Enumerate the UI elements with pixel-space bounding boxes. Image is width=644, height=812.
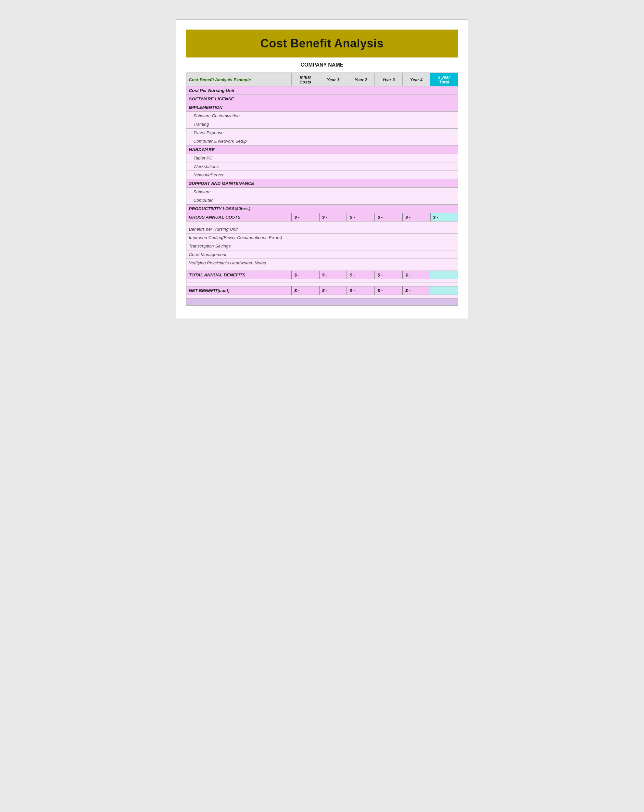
spacer-row (186, 283, 458, 287)
section-label: PRODUCTIVITY LOSS(40hrs.) (186, 205, 458, 213)
section-header-row: Cost Per Nursing Unit (186, 86, 458, 95)
table-wrap: Cost-Benefit Analysis Example Initial Co… (186, 73, 458, 306)
net-label: NET BENEFIT(cost) (186, 287, 291, 295)
item-label: Workstations (186, 162, 458, 171)
section-label: SUPPORT AND MAINTENANCE (186, 179, 458, 188)
benefit-label: Verifying Physician's Handwritten Notes (186, 259, 458, 267)
net-value-1: $ - (319, 287, 347, 295)
header-col2: Year 1 (319, 73, 347, 86)
benefit-label: Benefits per Nursing Unit (186, 225, 458, 234)
section-header-row: IMPLEMENTION (186, 103, 458, 112)
header-col6: 3 year Total (430, 73, 458, 86)
main-table: Cost-Benefit Analysis Example Initial Co… (186, 73, 458, 306)
net-value-4: $ - (402, 287, 430, 295)
benefit-row: Improved Coding(Fewer Documentioons Erro… (186, 234, 458, 242)
item-row: Training (186, 120, 458, 129)
spacer-row (186, 295, 458, 299)
gross-value-3: $ - (375, 213, 402, 221)
header-col3: Year 2 (347, 73, 374, 86)
document: Cost Benefit Analysis COMPANY NAME Cost-… (176, 20, 468, 319)
section-label: Cost Per Nursing Unit (186, 86, 458, 95)
title-bar: Cost Benefit Analysis (186, 29, 458, 58)
benefit-label: Transcription Savings (186, 242, 458, 250)
net-value-3: $ - (375, 287, 402, 295)
header-col1: Initial Costs (291, 73, 319, 86)
section-header-row: SUPPORT AND MAINTENANCE (186, 179, 458, 188)
total-value-0: $ - (291, 271, 319, 279)
section-header-row: PRODUCTIVITY LOSS(40hrs.) (186, 205, 458, 213)
item-row: Travel Expense (186, 129, 458, 137)
benefit-row: Transcription Savings (186, 242, 458, 250)
item-label: Network/Server (186, 171, 458, 179)
total-3yr-empty (430, 271, 458, 279)
section-header-row: HARDWARE (186, 145, 458, 154)
item-row: Taplet PC (186, 154, 458, 162)
header-label: Cost-Benefit Analysis Example (186, 73, 291, 86)
total-value-3: $ - (375, 271, 402, 279)
item-row: Software Customization (186, 112, 458, 120)
section-label: SOFTWARE LICENSE (186, 95, 458, 103)
gross-value-1: $ - (319, 213, 347, 221)
net-value-0: $ - (291, 287, 319, 295)
spacer-row (186, 267, 458, 271)
item-label: Computer & Network Setup (186, 137, 458, 145)
section-label: HARDWARE (186, 145, 458, 154)
gross-value-2: $ - (347, 213, 374, 221)
section-header-row: SOFTWARE LICENSE (186, 95, 458, 103)
total-value-2: $ - (347, 271, 374, 279)
spacer-row (186, 221, 458, 225)
total-value-4: $ - (402, 271, 430, 279)
item-label: Taplet PC (186, 154, 458, 162)
company-name: COMPANY NAME (186, 58, 458, 73)
item-label: Travel Expense (186, 129, 458, 137)
section-label: IMPLEMENTION (186, 103, 458, 112)
item-label: Software (186, 188, 458, 196)
header-col4: Year 3 (375, 73, 402, 86)
table-header-row: Cost-Benefit Analysis Example Initial Co… (186, 73, 458, 86)
benefit-label: Improved Coding(Fewer Documentioons Erro… (186, 234, 458, 242)
table-body: Cost Per Nursing UnitSOFTWARE LICENSEIMP… (186, 86, 458, 306)
gross-label: GROSS ANNUAL COSTS (186, 213, 291, 221)
spacer-row (186, 279, 458, 283)
item-row: Network/Server (186, 171, 458, 179)
item-row: Computer (186, 196, 458, 205)
bottom-row (186, 299, 458, 306)
header-col5: Year 4 (402, 73, 430, 86)
item-label: Computer (186, 196, 458, 205)
item-row: Software (186, 188, 458, 196)
net-value-2: $ - (347, 287, 374, 295)
total-value-1: $ - (319, 271, 347, 279)
item-label: Training (186, 120, 458, 129)
benefit-row: Verifying Physician's Handwritten Notes (186, 259, 458, 267)
benefit-row: Benefits per Nursing Unit (186, 225, 458, 234)
net-benefit-row: NET BENEFIT(cost)$ -$ -$ -$ -$ - (186, 287, 458, 295)
benefit-row: Chart Management (186, 250, 458, 259)
benefit-label: Chart Management (186, 250, 458, 259)
main-title: Cost Benefit Analysis (189, 37, 455, 50)
gross-costs-row: GROSS ANNUAL COSTS$ -$ -$ -$ -$ -$ - (186, 213, 458, 221)
total-benefits-label: TOTAL ANNUAL BENEFITS (186, 271, 291, 279)
total-benefits-row: TOTAL ANNUAL BENEFITS$ -$ -$ -$ -$ - (186, 271, 458, 279)
item-row: Workstations (186, 162, 458, 171)
item-row: Computer & Network Setup (186, 137, 458, 145)
gross-value-0: $ - (291, 213, 319, 221)
net-3yr-empty (430, 287, 458, 295)
gross-value-5: $ - (430, 213, 458, 221)
gross-value-4: $ - (402, 213, 430, 221)
item-label: Software Customization (186, 112, 458, 120)
